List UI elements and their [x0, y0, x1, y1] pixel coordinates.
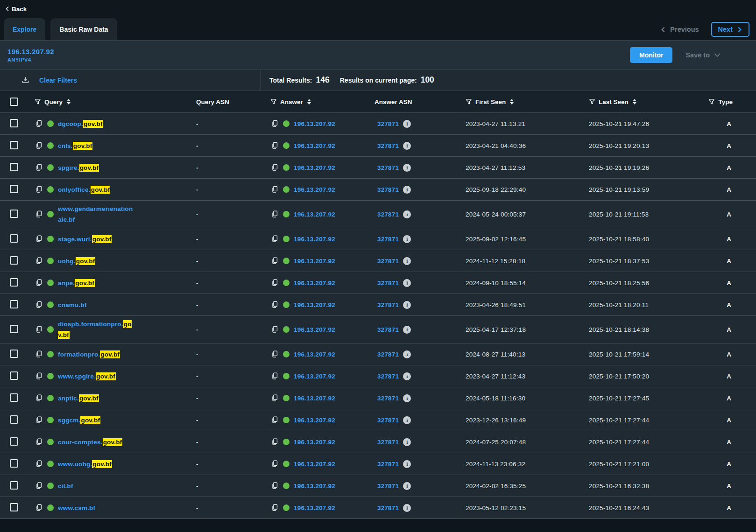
answer-link[interactable]: 196.13.207.92 — [294, 164, 335, 171]
row-checkbox[interactable] — [10, 459, 18, 468]
answer-asn-link[interactable]: 327871 — [377, 483, 399, 490]
answer-link[interactable]: 196.13.207.92 — [294, 301, 335, 308]
table-row[interactable]: cnamu.bf - 196.13.207.92 327871 i 2023-0… — [0, 294, 756, 315]
answer-link[interactable]: 196.13.207.92 — [294, 326, 335, 333]
answer-link[interactable]: 196.13.207.92 — [294, 142, 335, 149]
copy-icon[interactable] — [270, 279, 279, 287]
query-link[interactable]: cnamu.bf — [58, 301, 87, 308]
copy-icon[interactable] — [35, 257, 43, 265]
row-checkbox[interactable] — [10, 503, 18, 511]
sort-icon[interactable] — [307, 99, 311, 105]
answer-asn-link[interactable]: 327871 — [377, 142, 399, 149]
copy-icon[interactable] — [35, 394, 43, 402]
answer-link[interactable]: 196.13.207.92 — [294, 483, 335, 490]
info-icon[interactable]: i — [403, 210, 411, 218]
monitor-button[interactable]: Monitor — [630, 47, 672, 63]
query-link[interactable]: www.gendarmerienationale.bf — [58, 205, 133, 223]
answer-link[interactable]: 196.13.207.92 — [294, 417, 335, 424]
row-checkbox[interactable] — [10, 141, 18, 149]
sort-icon[interactable] — [67, 99, 71, 105]
answer-asn-link[interactable]: 327871 — [377, 504, 399, 511]
copy-icon[interactable] — [35, 141, 43, 150]
info-icon[interactable]: i — [403, 460, 411, 468]
info-icon[interactable]: i — [403, 186, 411, 194]
copy-icon[interactable] — [35, 163, 43, 172]
table-row[interactable]: stage.wuri.gov.bf - 196.13.207.92 327871… — [0, 228, 756, 250]
answer-asn-link[interactable]: 327871 — [377, 417, 399, 424]
copy-icon[interactable] — [270, 460, 279, 468]
answer-link[interactable]: 196.13.207.92 — [294, 280, 335, 287]
select-all-checkbox[interactable] — [10, 98, 18, 106]
row-checkbox[interactable] — [10, 278, 18, 287]
info-icon[interactable]: i — [403, 416, 411, 424]
copy-icon[interactable] — [270, 257, 279, 265]
table-row[interactable]: cnls.gov.bf - 196.13.207.92 327871 i 202… — [0, 134, 756, 156]
copy-icon[interactable] — [270, 438, 279, 446]
table-row[interactable]: www.csm.bf - 196.13.207.92 327871 i 2023… — [0, 497, 756, 518]
info-icon[interactable]: i — [403, 257, 411, 265]
query-link[interactable]: spgire.gov.bf — [58, 164, 99, 172]
filter-funnel-icon[interactable] — [589, 98, 595, 105]
answer-asn-link[interactable]: 327871 — [377, 258, 399, 265]
query-link[interactable]: www.csm.bf — [58, 504, 95, 511]
info-icon[interactable]: i — [403, 235, 411, 243]
copy-icon[interactable] — [270, 235, 279, 243]
info-icon[interactable]: i — [403, 438, 411, 446]
copy-icon[interactable] — [35, 279, 43, 287]
answer-asn-link[interactable]: 327871 — [377, 236, 399, 243]
copy-icon[interactable] — [35, 438, 43, 446]
answer-asn-link[interactable]: 327871 — [377, 186, 399, 193]
query-link[interactable]: stage.wuri.gov.bf — [58, 235, 112, 243]
answer-asn-link[interactable]: 327871 — [377, 395, 399, 402]
answer-asn-link[interactable]: 327871 — [377, 211, 399, 218]
table-row[interactable]: onlyoffice.gov.bf - 196.13.207.92 327871… — [0, 178, 756, 200]
answer-link[interactable]: 196.13.207.92 — [294, 120, 335, 127]
back-button[interactable]: Back — [5, 6, 27, 13]
filter-funnel-icon[interactable] — [35, 98, 41, 105]
copy-icon[interactable] — [270, 350, 279, 358]
answer-asn-link[interactable]: 327871 — [377, 301, 399, 308]
column-label-last-seen[interactable]: Last Seen — [599, 98, 629, 105]
row-checkbox[interactable] — [10, 437, 18, 446]
query-link[interactable]: www.spgire.gov.bf — [58, 372, 116, 380]
download-icon[interactable] — [21, 76, 29, 84]
copy-icon[interactable] — [35, 372, 43, 380]
row-checkbox[interactable] — [10, 415, 18, 424]
answer-link[interactable]: 196.13.207.92 — [294, 351, 335, 358]
table-row[interactable]: uohg.gov.bf - 196.13.207.92 327871 i 202… — [0, 250, 756, 272]
copy-icon[interactable] — [270, 163, 279, 172]
copy-icon[interactable] — [35, 350, 43, 358]
copy-icon[interactable] — [270, 301, 279, 309]
query-link[interactable]: anpe.gov.bf — [58, 279, 95, 287]
row-checkbox[interactable] — [10, 350, 18, 358]
row-checkbox[interactable] — [10, 371, 18, 380]
sort-icon[interactable] — [510, 99, 514, 105]
info-icon[interactable]: i — [403, 120, 411, 128]
sort-icon[interactable] — [633, 99, 636, 105]
table-row[interactable]: sggcm.gov.bf - 196.13.207.92 327871 i 20… — [0, 409, 756, 431]
query-link[interactable]: onlyoffice.gov.bf — [58, 186, 110, 194]
info-icon[interactable]: i — [403, 142, 411, 150]
copy-icon[interactable] — [270, 119, 279, 128]
query-link[interactable]: cil.bf — [58, 483, 73, 490]
answer-link[interactable]: 196.13.207.92 — [294, 461, 335, 468]
next-button[interactable]: Next — [711, 22, 749, 37]
info-icon[interactable]: i — [403, 326, 411, 334]
copy-icon[interactable] — [270, 372, 279, 380]
query-link[interactable]: sggcm.gov.bf — [58, 416, 100, 424]
answer-link[interactable]: 196.13.207.92 — [294, 236, 335, 243]
info-icon[interactable]: i — [403, 301, 411, 309]
table-row[interactable]: cil.bf - 196.13.207.92 327871 i 2024-02-… — [0, 475, 756, 497]
clear-filters-link[interactable]: Clear Filters — [39, 77, 77, 84]
copy-icon[interactable] — [35, 482, 43, 490]
answer-link[interactable]: 196.13.207.92 — [294, 258, 335, 265]
answer-asn-link[interactable]: 327871 — [377, 439, 399, 446]
copy-icon[interactable] — [35, 504, 43, 512]
row-checkbox[interactable] — [10, 393, 18, 402]
column-label-type[interactable]: Type — [718, 98, 733, 105]
previous-button[interactable]: Previous — [660, 26, 699, 33]
filter-funnel-icon[interactable] — [270, 98, 277, 105]
info-icon[interactable]: i — [403, 164, 411, 172]
query-link[interactable]: cnls.gov.bf — [58, 142, 92, 150]
answer-link[interactable]: 196.13.207.92 — [294, 395, 335, 402]
